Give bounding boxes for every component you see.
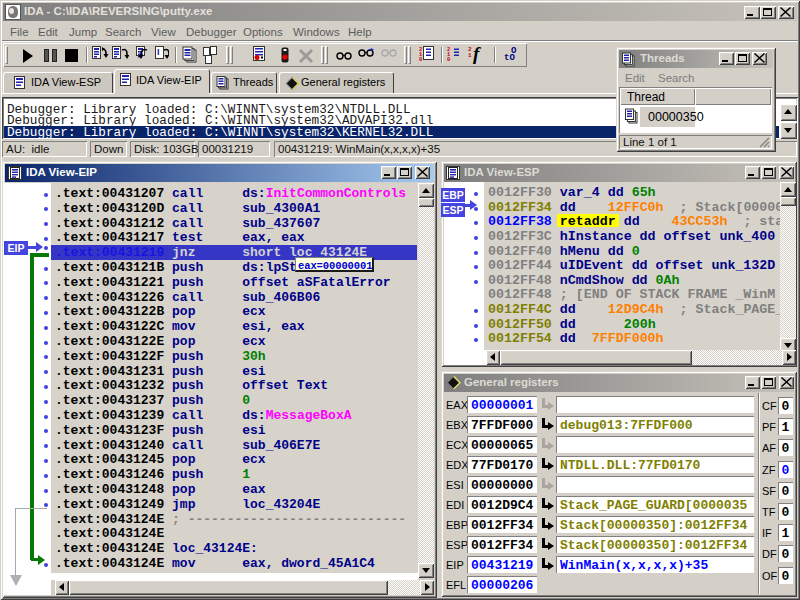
svg-text:1: 1 [468,52,472,59]
svg-text:+: + [369,48,374,54]
svg-text:-: - [392,48,395,54]
svg-text:tO: tO [504,53,515,62]
svg-text:I: I [157,47,160,57]
svg-text:0: 0 [419,56,422,62]
svg-text:0: 0 [447,56,450,62]
svg-text:f: f [473,45,481,64]
